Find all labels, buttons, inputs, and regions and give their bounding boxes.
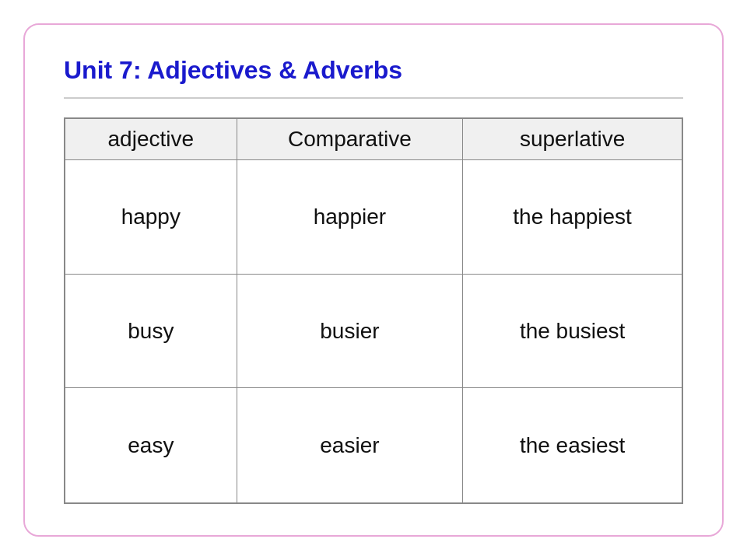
col-comparative: Comparative bbox=[237, 118, 463, 160]
col-superlative: superlative bbox=[463, 118, 682, 160]
table-cell: happy bbox=[65, 160, 237, 275]
adjectives-table: adjective Comparative superlative happyh… bbox=[64, 117, 683, 504]
table-wrapper: adjective Comparative superlative happyh… bbox=[64, 117, 683, 504]
table-row: easyeasierthe easiest bbox=[65, 388, 682, 503]
main-card: Unit 7: Adjectives & Adverbs adjective C… bbox=[23, 23, 724, 537]
table-cell: busier bbox=[237, 274, 463, 388]
table-cell: happier bbox=[237, 160, 463, 275]
table-cell: easier bbox=[237, 388, 463, 503]
table-cell: busy bbox=[65, 274, 237, 388]
table-cell: the easiest bbox=[463, 388, 682, 503]
table-cell: the happiest bbox=[463, 160, 682, 275]
table-cell: the busiest bbox=[463, 274, 682, 388]
table-header-row: adjective Comparative superlative bbox=[65, 118, 682, 160]
table-row: happyhappierthe happiest bbox=[65, 160, 682, 275]
table-cell: easy bbox=[65, 388, 237, 503]
col-adjective: adjective bbox=[65, 118, 237, 160]
table-row: busybusierthe busiest bbox=[65, 274, 682, 388]
page-title: Unit 7: Adjectives & Adverbs bbox=[64, 56, 683, 99]
